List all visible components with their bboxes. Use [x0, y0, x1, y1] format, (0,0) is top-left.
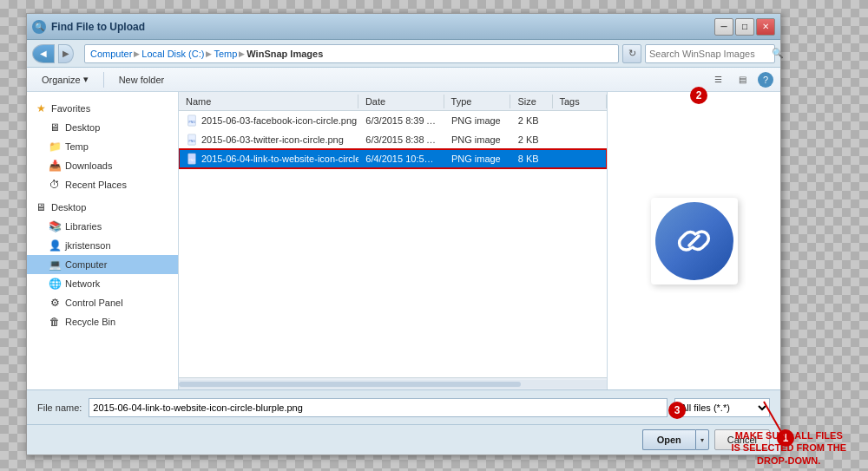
recent-icon: ⏱: [48, 178, 62, 192]
dialog-window: 🔍 Find File to Upload ─ □ ✕ ◀ ▶ Computer…: [26, 13, 781, 455]
breadcrumb-temp[interactable]: Temp: [214, 49, 237, 59]
svg-text:PNG: PNG: [189, 120, 196, 123]
table-row[interactable]: PNG 2015-06-03-facebook-icon-circle.png …: [179, 111, 607, 130]
nav-libraries[interactable]: 📚 Libraries: [27, 217, 178, 236]
desktop-section: 🖥 Desktop 📚 Libraries 👤 jkristenson 💻 Co…: [27, 198, 178, 331]
annotation-2: 2: [690, 87, 707, 104]
nav-downloads[interactable]: 📥 Downloads: [27, 156, 178, 175]
organize-button[interactable]: Organize ▾: [34, 70, 96, 89]
window-title: Find File to Upload: [51, 21, 714, 33]
nav-computer[interactable]: 💻 Computer: [27, 255, 178, 274]
file-tags-cell: [553, 119, 607, 122]
breadcrumb-computer[interactable]: Computer: [90, 49, 132, 59]
filename-label: File name:: [37, 402, 82, 413]
nav-panel: ★ Favorites 🖥 Desktop 📁 Temp 📥 Downloads…: [27, 92, 179, 389]
back-button[interactable]: ◀: [32, 44, 55, 63]
desktop2-label: Desktop: [51, 202, 86, 213]
nav-control-panel[interactable]: ⚙ Control Panel: [27, 293, 178, 312]
desktop-label: Desktop: [65, 122, 100, 133]
table-row[interactable]: PNG 2015-06-03-twitter-icon-circle.png 6…: [179, 130, 607, 149]
favorites-label: Favorites: [51, 103, 90, 114]
action-row: Open ▾ Cancel: [27, 424, 780, 455]
libraries-icon: 📚: [48, 219, 62, 233]
col-header-date[interactable]: Date: [358, 95, 444, 108]
annotation-3: 3: [668, 402, 686, 419]
open-button-arrow[interactable]: ▾: [695, 429, 709, 450]
col-header-size[interactable]: Size: [510, 95, 552, 108]
minimize-button[interactable]: ─: [714, 18, 733, 36]
new-folder-button[interactable]: New folder: [111, 70, 173, 89]
organize-label: Organize: [42, 75, 81, 85]
nav-network[interactable]: 🌐 Network: [27, 274, 178, 293]
open-button[interactable]: Open: [642, 429, 695, 450]
footer-bar: File name: All files (*.*) PNG files (*.…: [27, 389, 780, 424]
file-name-cell: PNG 2015-06-03-twitter-icon-circle.png: [179, 132, 358, 147]
file-type-cell: PNG image: [444, 133, 511, 147]
png-file-icon: PNG: [186, 134, 198, 146]
file-list-body: PNG 2015-06-03-facebook-icon-circle.png …: [179, 111, 607, 377]
file-size-cell: 2 KB: [511, 114, 553, 128]
nav-recent[interactable]: ⏱ Recent Places: [27, 175, 178, 194]
close-button[interactable]: ✕: [756, 18, 775, 36]
preview-area: [607, 92, 780, 389]
breadcrumb-current[interactable]: WinSnap Images: [247, 49, 323, 59]
col-header-name[interactable]: Name: [179, 95, 358, 108]
svg-text:PNG: PNG: [189, 158, 196, 161]
search-input[interactable]: [649, 49, 769, 59]
file-name: 2015-06-04-link-to-website-icon-circle-b…: [201, 154, 358, 164]
forward-button[interactable]: ▶: [58, 44, 74, 63]
file-name-cell: PNG 2015-06-03-facebook-icon-circle.png: [179, 113, 358, 128]
control-panel-icon: ⚙: [48, 296, 62, 310]
png-file-icon: PNG: [186, 153, 198, 165]
toolbar: Organize ▾ New folder ☰ ▤ ?: [27, 68, 780, 92]
table-row[interactable]: PNG 2015-06-04-link-to-website-icon-circ…: [179, 149, 607, 168]
recent-label: Recent Places: [65, 180, 127, 190]
file-list-header: Name Date Type Size Tags: [179, 92, 607, 111]
preview-pane-button[interactable]: ▤: [733, 71, 751, 88]
star-icon: ★: [34, 101, 48, 115]
organize-arrow: ▾: [83, 74, 89, 85]
downloads-label: Downloads: [65, 160, 112, 171]
folder-icon: 📁: [48, 140, 62, 154]
file-name: 2015-06-03-twitter-icon-circle.png: [201, 134, 344, 145]
open-button-group: Open ▾: [642, 429, 709, 450]
libraries-label: Libraries: [65, 221, 102, 232]
file-type-cell: PNG image: [444, 152, 511, 166]
network-label: Network: [65, 278, 100, 289]
nav-temp[interactable]: 📁 Temp: [27, 137, 178, 156]
breadcrumb-drive[interactable]: Local Disk (C:): [141, 49, 204, 59]
help-button[interactable]: ?: [758, 72, 773, 88]
filename-input[interactable]: [89, 398, 667, 417]
file-area: Name Date Type Size Tags PNG 2015-06-03-…: [179, 92, 607, 389]
view-options-button[interactable]: ☰: [709, 71, 727, 88]
desktop2-icon: 🖥: [34, 200, 48, 214]
file-date-cell: 6/3/2015 8:38 AM: [358, 133, 444, 147]
nav-recycle-bin[interactable]: 🗑 Recycle Bin: [27, 312, 178, 331]
horizontal-scrollbar[interactable]: [179, 377, 607, 389]
col-header-tags[interactable]: Tags: [553, 95, 608, 108]
col-header-type[interactable]: Type: [444, 95, 511, 108]
downloads-icon: 📥: [48, 159, 62, 173]
file-size-cell: 8 KB: [511, 152, 553, 166]
favorites-section: ★ Favorites 🖥 Desktop 📁 Temp 📥 Downloads…: [27, 99, 178, 194]
desktop2-header[interactable]: 🖥 Desktop: [27, 198, 178, 217]
computer-label: Computer: [65, 259, 107, 270]
refresh-button[interactable]: ↻: [622, 44, 641, 63]
svg-text:PNG: PNG: [189, 139, 196, 142]
title-bar-buttons: ─ □ ✕: [714, 18, 775, 36]
network-icon: 🌐: [48, 277, 62, 291]
maximize-button[interactable]: □: [735, 18, 754, 36]
recycle-bin-label: Recycle Bin: [65, 317, 115, 327]
search-icon: 🔍: [772, 48, 784, 59]
file-type-cell: PNG image: [444, 114, 511, 128]
user-icon: 👤: [48, 239, 62, 252]
favorites-header[interactable]: ★ Favorites: [27, 99, 178, 118]
address-bar: ◀ ▶ Computer ▶ Local Disk (C:) ▶ Temp ▶ …: [27, 40, 780, 68]
file-tags-cell: [553, 157, 607, 160]
nav-desktop[interactable]: 🖥 Desktop: [27, 118, 178, 137]
png-file-icon: PNG: [186, 114, 198, 127]
filetype-select[interactable]: All files (*.*) PNG files (*.png) Image …: [674, 398, 770, 417]
window-icon: 🔍: [32, 20, 46, 34]
desktop-icon: 🖥: [48, 121, 62, 134]
nav-user[interactable]: 👤 jkristenson: [27, 236, 178, 255]
